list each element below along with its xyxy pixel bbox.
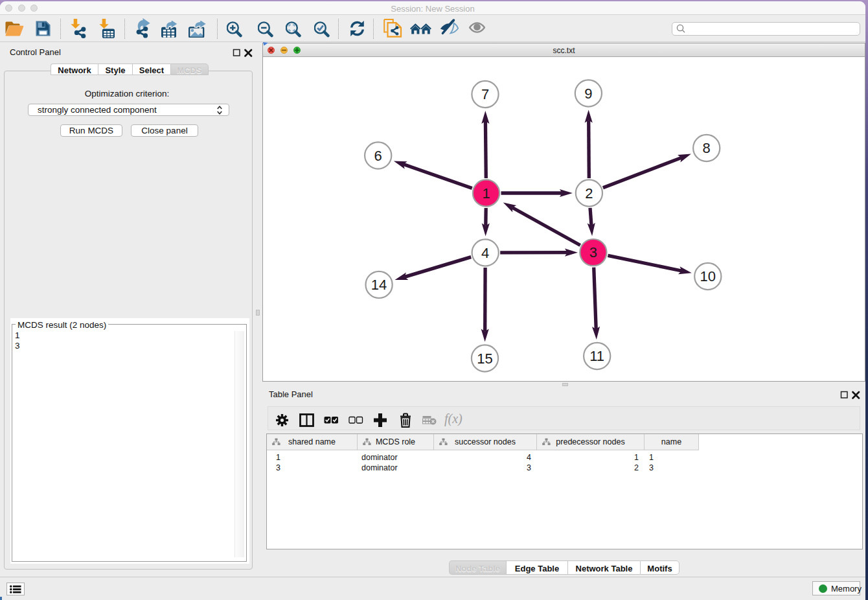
svg-text:15: 15 xyxy=(477,351,492,367)
svg-text:8: 8 xyxy=(703,140,711,156)
svg-text:14: 14 xyxy=(371,277,387,293)
svg-text:3: 3 xyxy=(589,244,597,260)
svg-text:1: 1 xyxy=(482,185,490,202)
svg-text:2: 2 xyxy=(585,185,593,202)
svg-text:11: 11 xyxy=(589,348,604,364)
svg-text:10: 10 xyxy=(700,268,716,284)
svg-text:9: 9 xyxy=(584,86,592,102)
svg-text:4: 4 xyxy=(481,245,489,261)
svg-text:7: 7 xyxy=(481,86,489,102)
svg-text:6: 6 xyxy=(374,148,382,164)
